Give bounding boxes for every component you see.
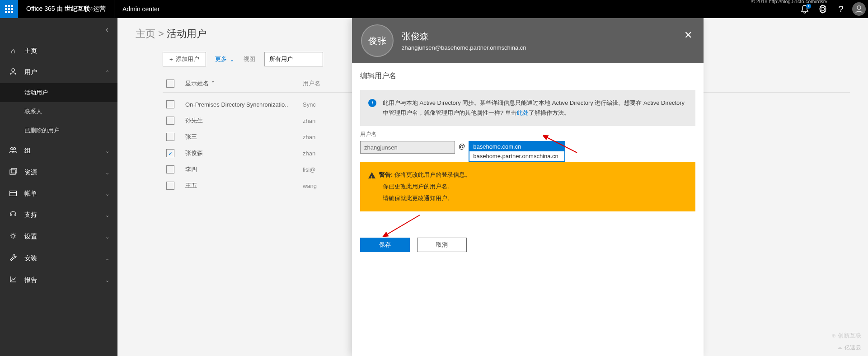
sidebar-item-label: 用户 bbox=[24, 68, 37, 76]
close-icon: ✕ bbox=[684, 29, 692, 41]
svg-point-3 bbox=[14, 148, 16, 150]
app-launcher-button[interactable] bbox=[0, 0, 18, 18]
save-button[interactable]: 保存 bbox=[360, 238, 410, 252]
sidebar-item-resources[interactable]: 资源 ⌄ bbox=[0, 162, 117, 183]
at-symbol: @ bbox=[459, 141, 465, 150]
question-icon: ? bbox=[838, 4, 843, 14]
avatar-icon bbox=[852, 2, 866, 16]
sidebar-item-label: 安装 bbox=[24, 254, 37, 262]
info-link[interactable]: 此处 bbox=[517, 109, 529, 116]
row-name: 孙先生 bbox=[185, 117, 303, 125]
settings-button[interactable] bbox=[814, 0, 832, 18]
resources-icon bbox=[8, 168, 18, 177]
row-checkbox[interactable] bbox=[166, 182, 174, 190]
svg-point-8 bbox=[12, 234, 14, 237]
home-icon: ⌂ bbox=[8, 47, 18, 55]
user-icon bbox=[8, 68, 18, 77]
row-name: 张三 bbox=[185, 133, 303, 141]
info-icon: i bbox=[368, 99, 376, 107]
plus-icon: + bbox=[169, 56, 173, 63]
row-name: 王五 bbox=[185, 182, 303, 190]
app-title: Office 365 由 世纪互联®运营 bbox=[18, 0, 114, 18]
row-checkbox[interactable] bbox=[166, 133, 174, 141]
section-title: 编辑用户名 bbox=[360, 71, 695, 81]
row-checkbox[interactable] bbox=[166, 165, 174, 173]
svg-point-0 bbox=[857, 6, 861, 9]
chevron-down-icon: ⌄ bbox=[105, 191, 109, 197]
sidebar-item-groups[interactable]: 组 ⌄ bbox=[0, 140, 117, 162]
user-name: 张俊森 bbox=[402, 30, 526, 42]
sidebar-item-label: 主页 bbox=[24, 47, 37, 55]
sidebar-item-reports[interactable]: 报告 ⌄ bbox=[0, 269, 117, 291]
billing-icon bbox=[8, 190, 18, 198]
breadcrumb-home[interactable]: 主页 bbox=[136, 28, 155, 39]
chevron-down-icon: ⌄ bbox=[105, 148, 109, 154]
watermark-brand2: ☁ 亿速云 bbox=[837, 344, 861, 351]
cancel-button[interactable]: 取消 bbox=[417, 238, 467, 252]
select-all-checkbox[interactable] bbox=[166, 80, 174, 88]
chevron-down-icon: ⌄ bbox=[105, 277, 109, 283]
svg-rect-6 bbox=[10, 191, 17, 196]
sidebar-item-support[interactable]: 支持 ⌄ bbox=[0, 204, 117, 226]
svg-point-1 bbox=[12, 69, 14, 71]
sidebar-item-install[interactable]: 安装 ⌄ bbox=[0, 248, 117, 269]
user-email: zhangjunsen@basehome.partner.onmschina.c… bbox=[402, 44, 526, 51]
admin-center-label: Admin center bbox=[114, 5, 168, 13]
collapse-sidebar-button[interactable]: ‹ bbox=[0, 18, 117, 41]
view-label: 视图 bbox=[244, 55, 255, 63]
sidebar-item-settings[interactable]: 设置 ⌄ bbox=[0, 226, 117, 248]
edit-user-panel: 俊张 张俊森 zhangjunsen@basehome.partner.onms… bbox=[352, 18, 704, 356]
notification-badge: 1 bbox=[806, 4, 811, 9]
view-select[interactable]: 所有用户 bbox=[264, 52, 323, 66]
row-checkbox[interactable] bbox=[166, 117, 174, 125]
chevron-down-icon: ⌄ bbox=[105, 256, 109, 262]
wrench-icon bbox=[8, 254, 18, 263]
gear-icon bbox=[818, 5, 827, 14]
sidebar-item-label: 资源 bbox=[24, 169, 37, 177]
sidebar-item-label: 设置 bbox=[24, 233, 37, 241]
button-label: 更多 bbox=[215, 55, 227, 63]
warning-box: 警告: 你将更改此用户的登录信息。 你已更改此用户的用户名。 请确保就此更改通知… bbox=[360, 162, 695, 211]
more-button[interactable]: 更多 ⌄ bbox=[215, 55, 235, 63]
dropdown-selected-option[interactable]: basehome.com.cn bbox=[469, 142, 564, 151]
info-box: i 此用户与本地 Active Directory 同步。某些详细信息只能通过本… bbox=[360, 90, 695, 126]
sidebar: ‹ ⌂ 主页 用户 ⌃ 活动用户 联系人 已删除的用户 组 ⌄ 资源 bbox=[0, 18, 117, 356]
svg-point-2 bbox=[11, 148, 13, 150]
chevron-down-icon: ⌄ bbox=[105, 212, 109, 218]
warning-icon bbox=[368, 172, 375, 178]
notifications-button[interactable]: 1 bbox=[796, 0, 814, 18]
username-label: 用户名 bbox=[360, 131, 695, 138]
sidebar-item-label: 帐单 bbox=[24, 190, 37, 198]
sidebar-item-billing[interactable]: 帐单 ⌄ bbox=[0, 183, 117, 204]
chart-icon bbox=[8, 276, 18, 285]
chevron-up-icon: ⌃ bbox=[105, 70, 109, 75]
sidebar-item-contacts[interactable]: 联系人 bbox=[0, 102, 117, 121]
button-label: 添加用户 bbox=[176, 55, 199, 63]
dropdown-option[interactable]: basehome.partner.onmschina.cn bbox=[469, 151, 564, 161]
column-header-name[interactable]: 显示姓名⌃ bbox=[185, 80, 303, 88]
groups-icon bbox=[8, 146, 18, 155]
sidebar-item-users[interactable]: 用户 ⌃ bbox=[0, 61, 117, 83]
sidebar-item-active-users[interactable]: 活动用户 bbox=[0, 83, 117, 102]
sidebar-item-deleted-users[interactable]: 已删除的用户 bbox=[0, 121, 117, 140]
sort-asc-icon: ⌃ bbox=[211, 80, 216, 87]
account-button[interactable] bbox=[850, 0, 868, 18]
close-button[interactable]: ✕ bbox=[684, 29, 692, 41]
waffle-icon bbox=[5, 5, 13, 13]
watermark-brand1: ⊕ 创新互联 bbox=[831, 332, 861, 340]
row-checkbox[interactable]: ✓ bbox=[166, 149, 174, 157]
add-user-button[interactable]: + 添加用户 bbox=[163, 52, 206, 66]
svg-rect-5 bbox=[11, 169, 17, 173]
svg-rect-4 bbox=[10, 170, 15, 174]
domain-dropdown[interactable]: basehome.com.cn basehome.partner.onmschi… bbox=[469, 141, 565, 162]
username-input[interactable] bbox=[360, 141, 455, 154]
help-button[interactable]: ? bbox=[832, 0, 850, 18]
row-checkbox[interactable] bbox=[166, 100, 174, 108]
sidebar-item-label: 支持 bbox=[24, 211, 37, 219]
sidebar-item-label: 组 bbox=[24, 147, 31, 155]
sidebar-item-home[interactable]: ⌂ 主页 bbox=[0, 41, 117, 61]
chevron-down-icon: ⌄ bbox=[105, 234, 109, 240]
user-avatar: 俊张 bbox=[361, 24, 394, 57]
row-name: 张俊森 bbox=[185, 149, 303, 157]
chevron-left-icon: ‹ bbox=[106, 25, 108, 34]
